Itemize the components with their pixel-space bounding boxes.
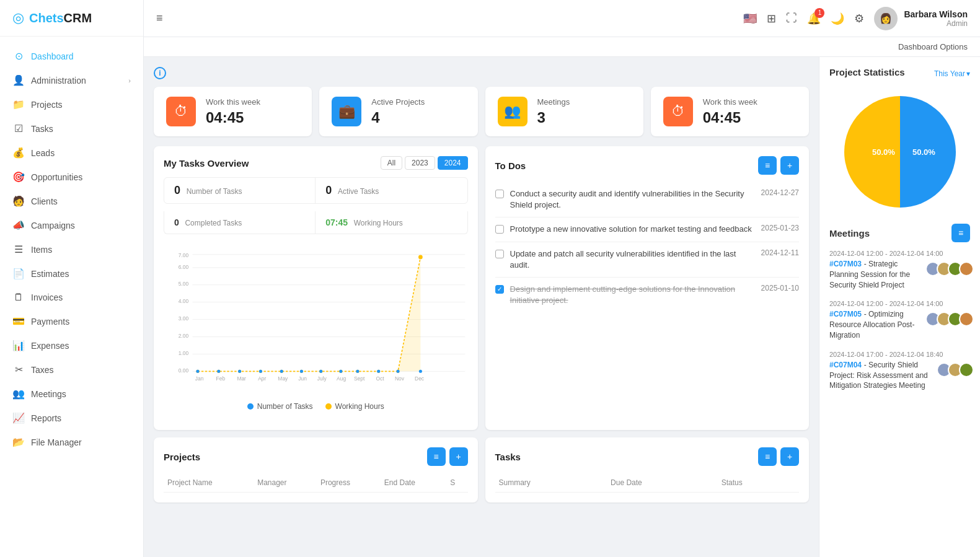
projects-panel: Projects ≡ + Project Name Manager [154,437,478,502]
filter-2023-button[interactable]: 2023 [405,156,435,170]
sidebar-item-projects[interactable]: 📁 Projects [0,92,143,116]
sidebar-item-dashboard[interactable]: ⊙ Dashboard [0,44,143,68]
projects-add-button[interactable]: + [449,447,468,466]
sidebar-item-label: Administration [31,76,86,86]
sidebar-item-label: Projects [31,100,63,110]
bottom-panels: Projects ≡ + Project Name Manager [154,437,809,502]
todos-header: To Dos ≡ + [495,156,800,175]
sidebar-item-payments[interactable]: 💳 Payments [0,309,143,333]
sidebar-item-administration[interactable]: 👤 Administration › [0,68,143,92]
my-tasks-title: My Tasks Overview [164,158,249,169]
todo-checkbox-4[interactable]: ✓ [495,285,504,294]
tasks-add-button[interactable]: + [780,447,799,466]
info-icon[interactable]: i [154,67,166,79]
svg-text:Dec: Dec [415,375,424,382]
sidebar-item-label: Expenses [31,341,69,351]
stat-label-4: Work this week [703,97,757,107]
sidebar-item-label: Opportunities [31,172,82,182]
sidebar-item-label: Payments [31,317,69,327]
sidebar-item-file-manager[interactable]: 📂 File Manager [0,430,143,454]
period-select[interactable]: This Year ▾ [934,69,970,78]
meetings-list-button[interactable]: ≡ [951,224,970,242]
sidebar-item-expenses[interactable]: 📊 Expenses [0,333,143,357]
settings-icon[interactable]: ⚙ [854,12,864,25]
filter-2024-button[interactable]: 2024 [438,156,468,170]
user-profile[interactable]: 👩 Barbara Wilson Admin [874,7,968,30]
meeting-code-1[interactable]: #C07M03 [829,260,862,268]
campaigns-icon: 📣 [12,219,25,231]
sidebar-item-campaigns[interactable]: 📣 Campaigns [0,213,143,237]
meeting-item-1: 2024-12-04 12:00 - 2024-12-04 14:00 #C07… [829,250,970,290]
period-label: This Year [934,69,965,78]
stat-card-work-week-2: ⏱ Work this week 04:45 [651,87,809,136]
sidebar-item-leads[interactable]: 💰 Leads [0,141,143,165]
todo-item: Prototype a new innovative solution for … [495,217,800,242]
svg-text:6.00: 6.00 [179,264,189,270]
todo-checkbox-2[interactable] [495,225,504,234]
meeting-time-2: 2024-12-04 12:00 - 2024-12-04 14:00 [829,300,970,307]
tasks-completed-value: 0 [174,217,179,227]
notification-icon[interactable]: 🔔 1 [807,12,821,25]
tasks-stats-top: 0 Number of Tasks 0 Active Tasks [164,177,468,204]
dark-mode-icon[interactable]: 🌙 [831,12,844,25]
svg-point-51 [396,370,399,373]
grid-icon[interactable]: ⊞ [767,12,776,25]
sidebar-item-invoices[interactable]: 🗒 Invoices [0,286,143,309]
meetings-icon: 👥 [12,388,25,400]
logo[interactable]: ◎ ChetsCRM [0,0,143,37]
stat-icon-briefcase: 💼 [332,97,361,126]
todo-item: Conduct a security audit and identify vu… [495,182,800,217]
todo-date-3: 2024-12-11 [761,248,799,257]
project-statistics: Project Statistics This Year ▾ 50.0% [829,67,970,214]
stat-value-2: 4 [371,109,425,126]
dashboard-options-button[interactable]: Dashboard Options [898,42,968,51]
todos-list-button[interactable]: ≡ [758,156,777,175]
svg-text:Feb: Feb [216,375,226,382]
expenses-icon: 📊 [12,340,25,351]
sidebar-item-reports[interactable]: 📈 Reports [0,406,143,430]
todo-checkbox-1[interactable] [495,190,504,198]
meeting-code-2[interactable]: #C07M05 [829,310,862,318]
tasks-icon: ☑ [12,123,25,134]
sidebar-item-opportunities[interactable]: 🎯 Opportunities [0,165,143,189]
sidebar-item-clients[interactable]: 🧑 Clients [0,189,143,213]
file-manager-icon: 📂 [12,436,25,448]
sidebar-item-items[interactable]: ☰ Items [0,237,143,261]
tasks-list-button[interactable]: ≡ [758,447,777,466]
svg-text:Jun: Jun [298,375,307,382]
hamburger-button[interactable]: ≡ [156,12,163,25]
svg-text:1.00: 1.00 [179,350,189,356]
administration-icon: 👤 [12,74,25,86]
todo-checkbox-3[interactable] [495,250,504,258]
projects-list-button[interactable]: ≡ [427,447,446,466]
svg-point-46 [300,370,303,373]
estimates-icon: 📄 [12,268,25,279]
tasks-chart: 0.00 1.00 2.00 3.00 4.00 5.00 6.00 7.00 [164,234,468,420]
flag-icon[interactable]: 🇺🇸 [743,12,757,25]
fullscreen-icon[interactable]: ⛶ [786,12,797,25]
filter-all-button[interactable]: All [381,156,402,170]
tasks-chart-svg: 0.00 1.00 2.00 3.00 4.00 5.00 6.00 7.00 [164,234,468,395]
stat-card-work-week-1: ⏱ Work this week 04:45 [154,87,312,136]
col-summary: Summary [495,473,607,493]
meeting-time-3: 2024-12-04 17:00 - 2024-12-04 18:40 [829,351,970,358]
legend-hours: Working Hours [325,402,384,411]
topbar: ≡ 🇺🇸 ⊞ ⛶ 🔔 1 🌙 ⚙ 👩 Barbara Wilson Admin [144,0,980,37]
sidebar-item-taxes[interactable]: ✂ Taxes [0,357,143,382]
todo-text-2: Prototype a new innovative solution for … [510,224,755,235]
meeting-code-3[interactable]: #C07M04 [829,361,862,369]
svg-point-52 [419,370,422,373]
sidebar-item-estimates[interactable]: 📄 Estimates [0,261,143,286]
todo-date-4: 2025-01-10 [761,284,799,292]
projects-table-header: Project Name Manager Progress End Date S [164,473,468,493]
stat-label-2: Active Projects [371,97,425,107]
reports-icon: 📈 [12,412,25,424]
sidebar-item-label: Reports [31,413,61,423]
tasks-bottom-panel: Tasks ≡ + Summary Due Date [485,437,810,502]
todos-add-button[interactable]: + [780,156,799,175]
sidebar-item-meetings[interactable]: 👥 Meetings [0,382,143,406]
tasks-hours-value: 07:45 [325,217,348,227]
sidebar-item-tasks[interactable]: ☑ Tasks [0,116,143,141]
svg-text:50.0%: 50.0% [912,147,935,157]
meeting-avatars-1 [925,261,970,276]
